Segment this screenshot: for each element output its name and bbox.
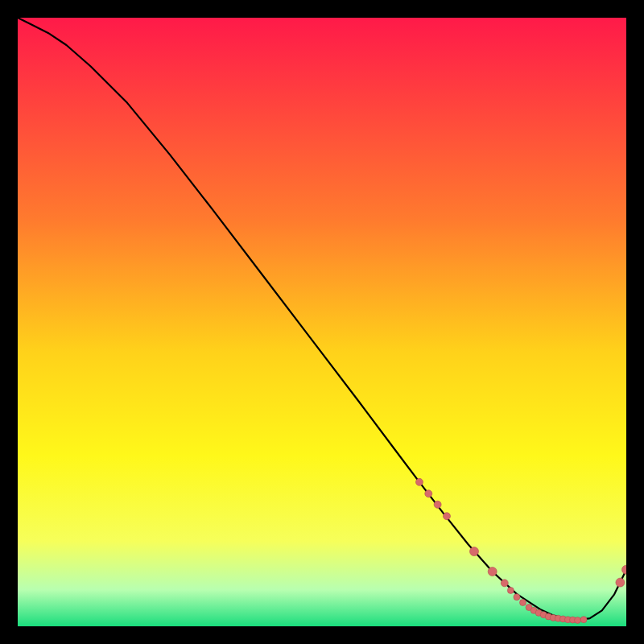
data-marker xyxy=(616,578,625,587)
data-marker xyxy=(580,617,587,623)
data-marker xyxy=(434,501,441,508)
data-marker xyxy=(470,547,479,556)
chart-frame: TheBottleneck.com xyxy=(18,18,626,626)
gradient-background xyxy=(18,18,626,626)
data-marker xyxy=(443,513,450,520)
data-marker xyxy=(507,587,514,593)
data-marker xyxy=(575,617,581,623)
bottleneck-curve-plot xyxy=(18,18,626,626)
data-marker xyxy=(501,580,508,587)
data-marker xyxy=(415,478,423,485)
data-marker xyxy=(488,567,497,576)
data-marker xyxy=(425,490,432,497)
data-marker xyxy=(514,594,520,601)
data-marker xyxy=(519,600,526,606)
